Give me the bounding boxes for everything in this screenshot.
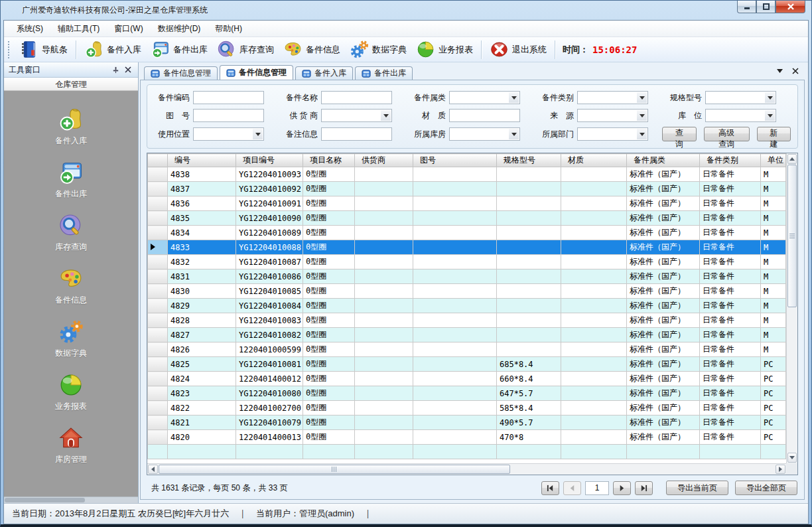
column-header-8[interactable]: 备件属类 [627, 154, 700, 167]
table-cell[interactable]: 0型圈 [303, 357, 355, 372]
table-cell[interactable]: 标准件（国产） [627, 269, 700, 284]
table-cell[interactable]: 4833 [168, 240, 236, 255]
table-row-partial[interactable] [148, 445, 786, 459]
table-cell[interactable]: PC [761, 372, 786, 386]
table-cell[interactable]: 490*5.7 [497, 415, 561, 430]
table-cell[interactable] [355, 299, 413, 313]
table-cell[interactable] [413, 240, 497, 255]
table-cell[interactable]: 标准件（国产） [627, 328, 700, 342]
toolbar-button-exit-system[interactable]: 退出系统 [485, 38, 551, 61]
row-selector-cell[interactable] [148, 299, 168, 313]
table-cell[interactable]: 标准件（国产） [627, 226, 700, 240]
toolbar-button-business-report[interactable]: 业务报表 [411, 38, 478, 61]
table-cell[interactable]: M [761, 284, 786, 299]
table-cell[interactable]: 日常备件 [700, 167, 761, 182]
row-selector-cell[interactable] [148, 342, 168, 357]
dropdown-select[interactable] [577, 109, 648, 122]
table-cell[interactable]: 标准件（国产） [627, 167, 700, 182]
table-cell[interactable] [561, 167, 627, 182]
sidebar-close-icon[interactable] [123, 65, 133, 74]
table-cell[interactable]: 日常备件 [700, 357, 761, 372]
menu-item-4[interactable]: 数据维护(D) [151, 21, 208, 37]
table-cell[interactable] [355, 342, 413, 357]
horizontal-scroll-thumb[interactable] [159, 465, 510, 474]
table-cell[interactable]: YG12204010079 [236, 415, 303, 430]
table-cell[interactable]: 日常备件 [700, 415, 761, 430]
table-cell[interactable]: YG12204010092 [236, 182, 303, 196]
table-row[interactable]: 4825YG122040100810型圈685*8.4标准件（国产）日常备件PC [148, 357, 786, 372]
table-row[interactable]: 4831YG122040100860型圈标准件（国产）日常备件M [148, 269, 786, 284]
table-cell[interactable] [355, 357, 413, 372]
table-cell[interactable]: YG12204010090 [236, 211, 303, 226]
row-selector-cell[interactable] [148, 269, 168, 284]
table-cell[interactable] [497, 226, 561, 240]
table-cell[interactable] [561, 182, 627, 196]
table-row[interactable]: 4829YG122040100840型圈标准件（国产）日常备件M [148, 299, 786, 313]
dropdown-arrow-icon[interactable] [765, 110, 775, 121]
table-cell[interactable]: 0型圈 [303, 328, 355, 342]
table-cell[interactable]: 1220401400012 [236, 372, 303, 386]
new-button[interactable]: 新建 [757, 127, 791, 141]
table-cell[interactable] [413, 415, 497, 430]
row-selector-cell[interactable] [148, 284, 168, 299]
table-cell[interactable]: 0型圈 [303, 430, 355, 445]
table-cell[interactable]: 标准件（国产） [627, 372, 700, 386]
sidebar-item-parts-inbound[interactable]: 备件入库 [55, 107, 87, 147]
toolbar-button-navbar-book[interactable]: 导航条 [15, 38, 72, 61]
table-row[interactable]: 4834YG122040100890型圈标准件（国产）日常备件M [148, 226, 786, 240]
table-cell[interactable]: 0型圈 [303, 167, 355, 182]
export-all-pages-button[interactable]: 导出全部页 [735, 481, 797, 495]
table-cell[interactable]: 4830 [168, 284, 236, 299]
table-cell[interactable] [355, 226, 413, 240]
row-selector-cell[interactable] [148, 240, 168, 255]
table-cell[interactable]: M [761, 299, 786, 313]
maximize-button[interactable] [756, 1, 776, 13]
table-cell[interactable]: 4827 [168, 328, 236, 342]
vertical-scroll-thumb[interactable] [787, 165, 797, 307]
table-cell[interactable] [413, 269, 497, 284]
table-cell[interactable] [355, 386, 413, 401]
toolbar-button-parts-info[interactable]: 备件信息 [279, 38, 345, 61]
pin-icon[interactable] [110, 65, 121, 74]
table-cell[interactable]: YG12204010088 [236, 240, 303, 255]
last-page-button[interactable] [635, 481, 653, 495]
table-cell[interactable] [497, 284, 561, 299]
table-cell[interactable]: 685*8.4 [497, 357, 561, 372]
table-cell[interactable]: 4822 [168, 401, 236, 415]
table-cell[interactable] [413, 430, 497, 445]
table-row[interactable]: 4838YG122040100930型圈标准件（国产）日常备件M [148, 167, 786, 182]
table-cell[interactable] [561, 196, 627, 211]
table-row[interactable]: 482012204014000130型圈470*8标准件（国产）日常备件PC [148, 430, 786, 445]
table-cell[interactable] [413, 299, 497, 313]
table-cell[interactable] [561, 313, 627, 328]
table-cell[interactable]: 4837 [168, 182, 236, 196]
toolbar-drag-handle[interactable] [8, 41, 11, 58]
table-cell[interactable] [561, 357, 627, 372]
table-cell[interactable] [413, 357, 497, 372]
table-cell[interactable]: 标准件（国产） [627, 299, 700, 313]
table-row[interactable]: 4833YG122040100880型圈标准件（国产）日常备件M [148, 240, 786, 255]
tab-4[interactable]: 备件出库 [355, 66, 413, 80]
table-cell[interactable]: 日常备件 [700, 196, 761, 211]
table-cell[interactable]: PC [761, 386, 786, 401]
table-cell[interactable]: 1220401002700 [236, 401, 303, 415]
vertical-scrollbar[interactable] [786, 153, 797, 463]
dropdown-select[interactable] [705, 109, 776, 122]
table-cell[interactable] [413, 401, 497, 415]
table-cell[interactable] [497, 211, 561, 226]
table-cell[interactable] [355, 269, 413, 284]
table-cell[interactable]: 4834 [168, 226, 236, 240]
table-cell[interactable] [561, 372, 627, 386]
table-cell[interactable]: M [761, 255, 786, 269]
column-header-6[interactable]: 规格型号 [497, 154, 561, 167]
table-cell[interactable]: 标准件（国产） [627, 284, 700, 299]
menu-item-3[interactable]: 窗口(W) [107, 21, 150, 37]
table-cell[interactable]: 标准件（国产） [627, 182, 700, 196]
table-cell[interactable]: M [761, 240, 786, 255]
dropdown-select[interactable] [577, 91, 648, 104]
table-cell[interactable]: 0型圈 [303, 299, 355, 313]
table-cell[interactable] [413, 328, 497, 342]
table-cell[interactable]: PC [761, 401, 786, 415]
table-cell[interactable]: 0型圈 [303, 182, 355, 196]
table-cell[interactable] [561, 299, 627, 313]
